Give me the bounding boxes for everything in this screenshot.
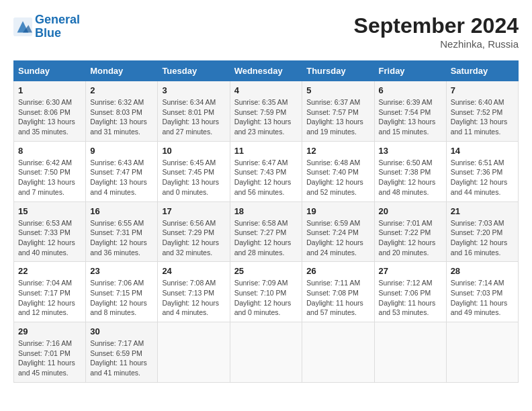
header-cell-saturday: Saturday [446,61,518,81]
header-cell-wednesday: Wednesday [230,61,302,81]
day-number: 2 [90,85,153,95]
day-cell-25: 25Sunrise: 7:09 AM Sunset: 7:10 PM Dayli… [230,262,302,322]
calendar-week-2: 8Sunrise: 6:42 AM Sunset: 7:50 PM Daylig… [14,141,519,201]
day-number: 20 [379,206,442,216]
page-header: General Blue September 2024 Nezhinka, Ru… [13,13,519,50]
header-cell-tuesday: Tuesday [158,61,230,81]
day-info: Sunrise: 7:01 AM Sunset: 7:22 PM Dayligh… [379,218,442,258]
day-info: Sunrise: 6:35 AM Sunset: 7:59 PM Dayligh… [234,97,298,137]
calendar-week-1: 1Sunrise: 6:30 AM Sunset: 8:06 PM Daylig… [14,81,519,142]
day-cell-21: 21Sunrise: 7:03 AM Sunset: 7:20 PM Dayli… [446,201,518,262]
day-number: 21 [451,206,514,216]
day-info: Sunrise: 7:16 AM Sunset: 7:01 PM Dayligh… [18,338,81,378]
day-number: 26 [306,266,369,276]
empty-cell [374,322,446,383]
day-number: 10 [162,146,225,156]
day-info: Sunrise: 6:42 AM Sunset: 7:50 PM Dayligh… [18,158,81,197]
day-number: 8 [18,146,81,156]
logo: General Blue [13,13,80,40]
day-info: Sunrise: 6:51 AM Sunset: 7:36 PM Dayligh… [451,158,514,197]
day-number: 17 [162,206,225,216]
day-cell-22: 22Sunrise: 7:04 AM Sunset: 7:17 PM Dayli… [14,262,86,322]
day-cell-12: 12Sunrise: 6:48 AM Sunset: 7:40 PM Dayli… [302,141,374,201]
day-number: 22 [18,266,81,276]
header-cell-thursday: Thursday [302,61,374,81]
header-cell-monday: Monday [86,61,158,81]
day-cell-7: 7Sunrise: 6:40 AM Sunset: 7:52 PM Daylig… [446,81,518,142]
day-number: 14 [451,146,514,156]
day-info: Sunrise: 6:45 AM Sunset: 7:45 PM Dayligh… [162,158,225,197]
empty-cell [302,322,374,383]
day-number: 29 [18,326,81,336]
day-cell-28: 28Sunrise: 7:14 AM Sunset: 7:03 PM Dayli… [446,262,518,322]
day-cell-17: 17Sunrise: 6:56 AM Sunset: 7:29 PM Dayli… [158,201,230,262]
day-info: Sunrise: 6:50 AM Sunset: 7:38 PM Dayligh… [379,158,442,197]
day-info: Sunrise: 6:32 AM Sunset: 8:03 PM Dayligh… [90,97,153,137]
day-number: 19 [306,206,369,216]
day-info: Sunrise: 7:12 AM Sunset: 7:06 PM Dayligh… [379,278,442,318]
empty-cell [446,322,518,383]
day-info: Sunrise: 6:48 AM Sunset: 7:40 PM Dayligh… [306,158,369,197]
day-cell-20: 20Sunrise: 7:01 AM Sunset: 7:22 PM Dayli… [374,201,446,262]
day-info: Sunrise: 6:37 AM Sunset: 7:57 PM Dayligh… [306,97,369,137]
header-cell-sunday: Sunday [14,61,86,81]
day-cell-26: 26Sunrise: 7:11 AM Sunset: 7:08 PM Dayli… [302,262,374,322]
day-info: Sunrise: 6:34 AM Sunset: 8:01 PM Dayligh… [162,97,225,137]
day-cell-2: 2Sunrise: 6:32 AM Sunset: 8:03 PM Daylig… [86,81,158,142]
day-cell-4: 4Sunrise: 6:35 AM Sunset: 7:59 PM Daylig… [230,81,302,142]
day-info: Sunrise: 7:06 AM Sunset: 7:15 PM Dayligh… [90,278,153,318]
day-cell-27: 27Sunrise: 7:12 AM Sunset: 7:06 PM Dayli… [374,262,446,322]
day-number: 15 [18,206,81,216]
day-cell-5: 5Sunrise: 6:37 AM Sunset: 7:57 PM Daylig… [302,81,374,142]
day-info: Sunrise: 6:58 AM Sunset: 7:27 PM Dayligh… [234,218,298,258]
day-cell-15: 15Sunrise: 6:53 AM Sunset: 7:33 PM Dayli… [14,201,86,262]
day-info: Sunrise: 6:59 AM Sunset: 7:24 PM Dayligh… [306,218,369,258]
logo-text: General Blue [35,13,80,40]
day-cell-10: 10Sunrise: 6:45 AM Sunset: 7:45 PM Dayli… [158,141,230,201]
calendar-table: SundayMondayTuesdayWednesdayThursdayFrid… [13,60,519,383]
day-info: Sunrise: 7:04 AM Sunset: 7:17 PM Dayligh… [18,278,81,318]
day-info: Sunrise: 6:53 AM Sunset: 7:33 PM Dayligh… [18,218,81,258]
day-cell-11: 11Sunrise: 6:47 AM Sunset: 7:43 PM Dayli… [230,141,302,201]
title-block: September 2024 Nezhinka, Russia [354,13,519,50]
day-info: Sunrise: 6:56 AM Sunset: 7:29 PM Dayligh… [162,218,225,258]
day-info: Sunrise: 7:08 AM Sunset: 7:13 PM Dayligh… [162,278,225,318]
day-info: Sunrise: 7:11 AM Sunset: 7:08 PM Dayligh… [306,278,369,318]
day-number: 23 [90,266,153,276]
header-row: SundayMondayTuesdayWednesdayThursdayFrid… [14,61,519,81]
day-cell-29: 29Sunrise: 7:16 AM Sunset: 7:01 PM Dayli… [14,322,86,383]
day-cell-3: 3Sunrise: 6:34 AM Sunset: 8:01 PM Daylig… [158,81,230,142]
day-number: 16 [90,206,153,216]
day-info: Sunrise: 6:39 AM Sunset: 7:54 PM Dayligh… [379,97,442,137]
day-number: 3 [162,85,225,95]
day-number: 28 [451,266,514,276]
day-number: 1 [18,85,81,95]
logo-line2: Blue [35,26,61,40]
day-info: Sunrise: 7:09 AM Sunset: 7:10 PM Dayligh… [234,278,298,318]
day-cell-23: 23Sunrise: 7:06 AM Sunset: 7:15 PM Dayli… [86,262,158,322]
day-info: Sunrise: 6:40 AM Sunset: 7:52 PM Dayligh… [451,97,514,137]
logo-line1: General [35,13,80,26]
day-number: 18 [234,206,298,216]
empty-cell [230,322,302,383]
logo-icon [13,17,32,36]
day-info: Sunrise: 6:47 AM Sunset: 7:43 PM Dayligh… [234,158,298,197]
day-info: Sunrise: 7:14 AM Sunset: 7:03 PM Dayligh… [451,278,514,318]
day-number: 9 [90,146,153,156]
day-info: Sunrise: 7:17 AM Sunset: 6:59 PM Dayligh… [90,338,153,378]
day-cell-13: 13Sunrise: 6:50 AM Sunset: 7:38 PM Dayli… [374,141,446,201]
day-cell-19: 19Sunrise: 6:59 AM Sunset: 7:24 PM Dayli… [302,201,374,262]
month-title: September 2024 [354,13,519,38]
day-cell-30: 30Sunrise: 7:17 AM Sunset: 6:59 PM Dayli… [86,322,158,383]
location-subtitle: Nezhinka, Russia [354,38,519,50]
calendar-week-4: 22Sunrise: 7:04 AM Sunset: 7:17 PM Dayli… [14,262,519,322]
day-number: 27 [379,266,442,276]
day-number: 13 [379,146,442,156]
day-number: 11 [234,146,298,156]
header-cell-friday: Friday [374,61,446,81]
day-number: 30 [90,326,153,336]
empty-cell [158,322,230,383]
day-number: 7 [451,85,514,95]
day-info: Sunrise: 6:43 AM Sunset: 7:47 PM Dayligh… [90,158,153,197]
day-cell-16: 16Sunrise: 6:55 AM Sunset: 7:31 PM Dayli… [86,201,158,262]
